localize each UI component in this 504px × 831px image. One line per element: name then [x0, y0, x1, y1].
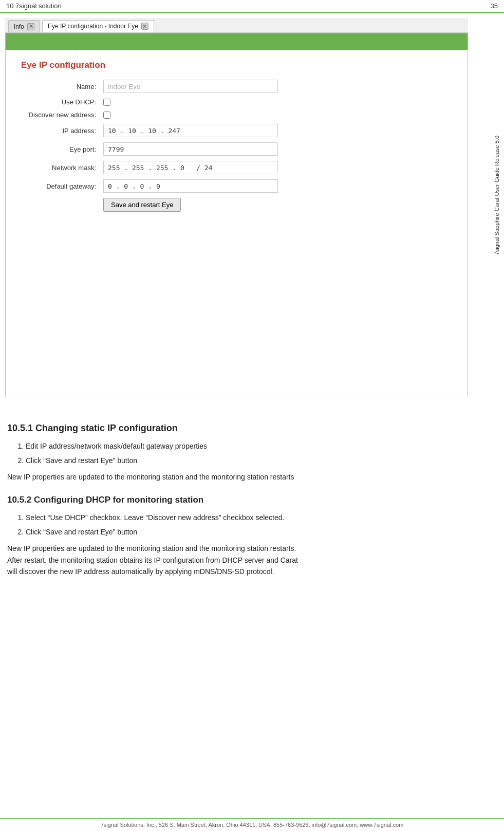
- list-item: Click “Save and restart Eye” button: [26, 527, 481, 538]
- checkbox-use-dhcp[interactable]: [103, 99, 110, 106]
- tab-info[interactable]: Info ✕: [8, 20, 40, 32]
- form-title: Eye IP configuration: [21, 60, 452, 70]
- list-item: Edit IP address/network mask/default gat…: [26, 441, 481, 452]
- footer-text: 7signal Solutions, Inc., 526 S. Main Str…: [101, 822, 404, 828]
- label-mask: Network mask:: [21, 164, 103, 172]
- section-10-5-2-heading: 10.5.2 Configuring DHCP for monitoring s…: [7, 495, 481, 505]
- sidebar-text: 7signal Sapphire Carat User Guide Releas…: [494, 136, 500, 255]
- form-row-use-dhcp: Use DHCP:: [21, 98, 452, 106]
- input-mask[interactable]: [103, 161, 278, 174]
- form-row-gateway: Default gateway:: [21, 179, 452, 193]
- tab-eye-ip-config-close[interactable]: ✕: [141, 23, 148, 30]
- input-gateway[interactable]: [103, 179, 278, 193]
- input-port[interactable]: [103, 142, 278, 156]
- tab-eye-ip-config-label: Eye IP configuration - Indoor Eye: [48, 23, 138, 30]
- label-name: Name:: [21, 83, 103, 90]
- list-item: Click “Save and restart Eye” button: [26, 455, 481, 466]
- page-footer: 7signal Solutions, Inc., 526 S. Main Str…: [0, 818, 504, 831]
- tabs-bar: Info ✕ Eye IP configuration - Indoor Eye…: [5, 18, 468, 33]
- list-item: Select “Use DHCP” checkbox. Leave “Disco…: [26, 512, 481, 523]
- section-10-5-2-list: Select “Use DHCP” checkbox. Leave “Disco…: [26, 512, 481, 538]
- form-row-discover: Discover new address:: [21, 111, 452, 119]
- page-header: 10 7signal solution 35: [0, 0, 504, 13]
- ui-window: Eye IP configuration Name: Use DHCP: Dis…: [5, 33, 468, 397]
- checkbox-discover[interactable]: [103, 112, 110, 119]
- form-row-ip: IP address:: [21, 124, 452, 137]
- form-row-name: Name:: [21, 80, 452, 93]
- header-left: 10 7signal solution: [6, 2, 62, 10]
- tab-info-label: Info: [14, 23, 24, 30]
- right-sidebar: 7signal Sapphire Carat User Guide Releas…: [490, 15, 504, 375]
- input-ip[interactable]: [103, 124, 278, 137]
- main-content: Info ✕ Eye IP configuration - Indoor Eye…: [0, 13, 489, 408]
- input-name[interactable]: [103, 80, 278, 93]
- doc-body: 10.5.1 Changing static IP configuration …: [0, 408, 489, 634]
- tab-info-close[interactable]: ✕: [27, 23, 34, 30]
- section-10-5-2-para: New IP properties are updated to the mon…: [7, 543, 481, 577]
- form-row-save: Save and restart Eye: [21, 198, 452, 212]
- section-10-5-2: 10.5.2 Configuring DHCP for monitoring s…: [7, 495, 481, 577]
- tab-eye-ip-config[interactable]: Eye IP configuration - Indoor Eye ✕: [42, 20, 154, 32]
- section-10-5-1-heading: 10.5.1 Changing static IP configuration: [7, 423, 481, 434]
- section-10-5-1-list: Edit IP address/network mask/default gat…: [26, 441, 481, 466]
- green-banner: [6, 33, 468, 50]
- form-row-port: Eye port:: [21, 142, 452, 156]
- bottom-spacer: [7, 583, 481, 624]
- header-right: 35: [491, 2, 498, 10]
- section-10-5-1-para: New IP properties are updated to the mon…: [7, 471, 481, 483]
- form-area: Eye IP configuration Name: Use DHCP: Dis…: [6, 50, 468, 397]
- label-use-dhcp: Use DHCP:: [21, 98, 103, 106]
- save-restart-button[interactable]: Save and restart Eye: [103, 198, 181, 212]
- label-gateway: Default gateway:: [21, 182, 103, 190]
- section-10-5-1: 10.5.1 Changing static IP configuration …: [7, 423, 481, 483]
- form-row-mask: Network mask:: [21, 161, 452, 174]
- form-spacer: [21, 217, 452, 381]
- label-port: Eye port:: [21, 145, 103, 153]
- label-ip: IP address:: [21, 127, 103, 135]
- label-discover: Discover new address:: [21, 111, 103, 119]
